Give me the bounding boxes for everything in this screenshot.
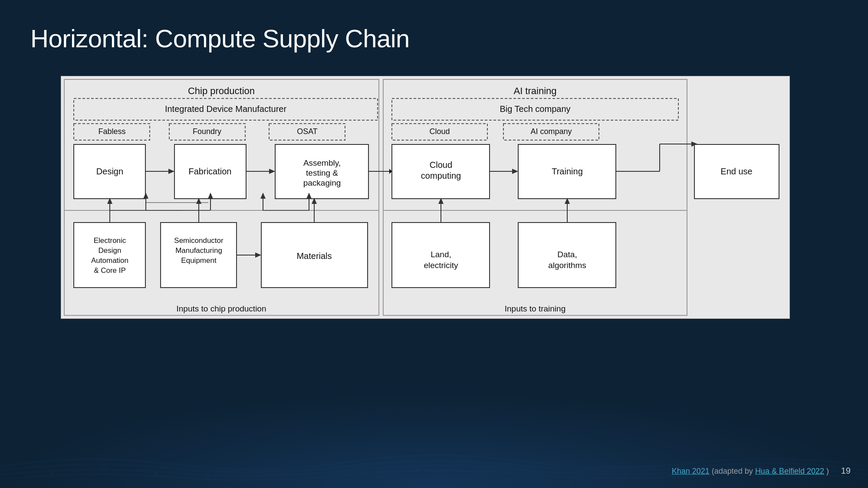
diagram: Chip production Integrated Device Manufa… [61,76,790,319]
data-box: Data, [557,250,577,259]
citation-end: ) [826,467,829,475]
svg-point-77 [468,474,470,476]
materials-box: Materials [296,251,332,261]
osat-label: OSAT [297,127,318,136]
sme-box: Semiconductor [174,236,224,245]
ai-training-label: AI training [513,85,556,96]
end-use-box: End use [720,167,752,176]
land-box: Land, [431,250,451,259]
idm-label: Integrated Device Manufacturer [165,104,286,114]
svg-point-80 [624,473,626,475]
design-box: Design [96,167,123,176]
svg-text:Manufacturing: Manufacturing [175,246,222,255]
svg-text:computing: computing [421,171,461,180]
fabless-label: Fabless [98,127,125,136]
svg-point-73 [260,471,261,472]
page-number: 19 [841,466,851,476]
svg-point-70 [103,468,105,469]
page-title: Horizontal: Compute Supply Chain [30,24,410,53]
inputs-training-label: Inputs to training [505,304,566,313]
big-tech-label: Big Tech company [500,104,570,114]
svg-text:testing &: testing & [306,168,338,177]
ai-company-label: AI company [530,127,572,136]
svg-point-83 [780,465,782,466]
svg-point-75 [364,472,365,474]
svg-point-71 [155,473,157,475]
svg-text:electricity: electricity [424,261,458,270]
training-box: Training [552,167,583,176]
khan-link[interactable]: Khan 2021 [672,467,710,475]
hua-belfield-link[interactable]: Hua & Belfield 2022 [755,467,824,475]
svg-text:Equipment: Equipment [181,256,217,265]
svg-point-74 [312,466,313,468]
inputs-chip-label: Inputs to chip production [176,304,266,313]
svg-text:packaging: packaging [303,178,341,187]
svg-point-78 [520,471,522,472]
svg-text:Design: Design [99,246,122,255]
assembly-box: Assembly, [303,158,341,167]
svg-point-76 [416,469,418,471]
cloud-computing-box: Cloud [430,160,452,170]
cloud-dashed-label: Cloud [429,127,450,136]
svg-point-84 [832,471,834,472]
foundry-label: Foundry [193,127,221,136]
svg-text:Automation: Automation [91,256,128,265]
eda-box: Electronic [94,236,126,245]
svg-point-69 [51,472,53,474]
chip-production-label: Chip production [188,85,255,96]
svg-rect-20 [161,223,237,288]
svg-point-79 [572,476,574,478]
svg-point-72 [207,475,209,477]
citation-text: (adapted by [712,467,755,475]
fabrication-box: Fabrication [189,167,232,176]
footer-citation: Khan 2021 (adapted by Hua & Belfield 202… [672,467,829,476]
svg-text:algorithms: algorithms [548,261,586,270]
svg-rect-16 [74,223,145,288]
svg-text:& Core IP: & Core IP [94,266,126,275]
